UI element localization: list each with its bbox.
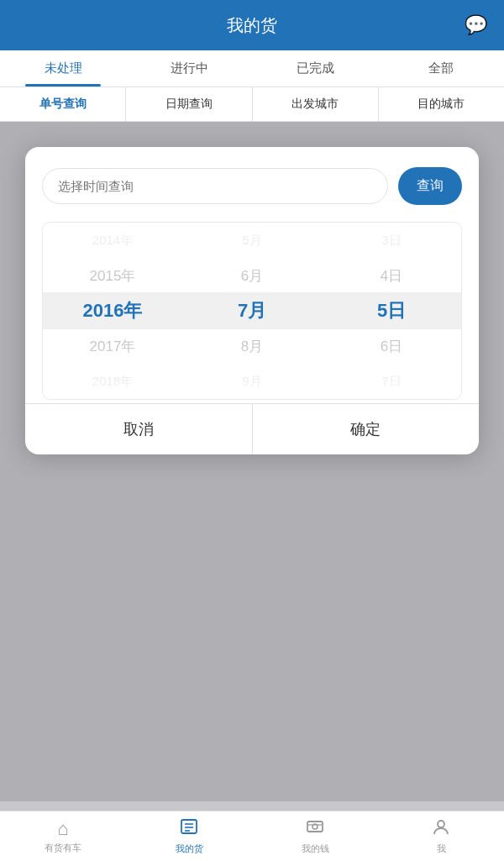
day-column[interactable]: 3日 4日 5日 6日 7日: [322, 223, 461, 399]
money-icon: [306, 817, 324, 841]
day-scroll[interactable]: 3日 4日 5日 6日 7日: [322, 223, 461, 399]
profile-icon: [432, 817, 450, 841]
message-icon[interactable]: 💬: [465, 14, 487, 36]
filter-dest-city[interactable]: 目的城市: [379, 87, 504, 121]
month-scroll[interactable]: 5月 6月 7月 8月 9月: [182, 223, 322, 399]
day-item-4[interactable]: 4日: [322, 258, 461, 293]
month-item-7[interactable]: 7月: [182, 293, 322, 328]
main-tab-bar: 未处理 进行中 已完成 全部: [0, 50, 504, 87]
filter-date[interactable]: 日期查询: [126, 87, 252, 121]
search-button[interactable]: 查询: [398, 167, 462, 205]
year-item-2015[interactable]: 2015年: [43, 258, 182, 293]
tab-unprocessed[interactable]: 未处理: [0, 50, 126, 87]
confirm-button[interactable]: 确定: [252, 404, 480, 454]
day-col-inner: 3日 4日 5日 6日 7日: [322, 223, 461, 399]
day-item-6[interactable]: 6日: [322, 328, 461, 364]
date-picker[interactable]: 2014年 2015年 2016年 2017年 2018年: [42, 222, 462, 400]
year-column[interactable]: 2014年 2015年 2016年 2017年 2018年: [43, 223, 182, 399]
modal-actions: 取消 确定: [25, 403, 479, 454]
day-item-3[interactable]: 3日: [322, 223, 461, 258]
tab-in-progress[interactable]: 进行中: [126, 50, 252, 87]
year-item-2017[interactable]: 2017年: [43, 328, 182, 364]
nav-label-my-cargo: 我的货: [176, 843, 203, 855]
header-title: 我的货: [227, 14, 277, 37]
year-scroll[interactable]: 2014年 2015年 2016年 2017年 2018年: [43, 223, 182, 399]
month-item-8[interactable]: 8月: [182, 328, 322, 364]
nav-label-home: 有货有车: [45, 842, 81, 854]
month-item-5[interactable]: 5月: [182, 223, 322, 258]
day-item-5[interactable]: 5日: [322, 293, 461, 328]
year-item-2016[interactable]: 2016年: [43, 293, 182, 328]
year-item-2014[interactable]: 2014年: [43, 223, 182, 258]
month-item-9[interactable]: 9月: [182, 364, 322, 399]
filter-origin-city[interactable]: 出发城市: [253, 87, 379, 121]
picker-row: 2014年 2015年 2016年 2017年 2018年: [43, 223, 461, 399]
nav-item-my-cargo[interactable]: 我的货: [126, 811, 252, 861]
filter-bar: 单号查询 日期查询 出发城市 目的城市: [0, 87, 504, 122]
month-column[interactable]: 5月 6月 7月 8月 9月: [182, 223, 322, 399]
svg-point-7: [438, 821, 444, 827]
cargo-icon: [180, 817, 198, 841]
tab-completed[interactable]: 已完成: [252, 50, 378, 87]
nav-item-my-money[interactable]: 我的钱: [252, 811, 378, 861]
nav-item-home[interactable]: ⌂ 有货有车: [0, 811, 126, 861]
app-header: 我的货 💬: [0, 0, 504, 50]
nav-label-my-money: 我的钱: [302, 843, 329, 855]
tab-all[interactable]: 全部: [378, 50, 504, 87]
month-col-inner: 5月 6月 7月 8月 9月: [182, 223, 322, 399]
filter-order-number[interactable]: 单号查询: [0, 87, 126, 121]
home-icon: ⌂: [57, 818, 68, 840]
month-item-6[interactable]: 6月: [182, 258, 322, 293]
modal-search-row: 查询: [42, 167, 462, 205]
nav-item-me[interactable]: 我: [378, 811, 504, 861]
modal-overlay: 查询 2014年 2015年 2016年: [0, 122, 504, 801]
day-item-7[interactable]: 7日: [322, 364, 461, 399]
date-picker-modal: 查询 2014年 2015年 2016年: [25, 147, 479, 454]
year-col-inner: 2014年 2015年 2016年 2017年 2018年: [43, 223, 182, 399]
nav-label-me: 我: [437, 843, 446, 855]
cancel-button[interactable]: 取消: [25, 404, 252, 454]
year-item-2018[interactable]: 2018年: [43, 364, 182, 399]
svg-rect-4: [307, 822, 323, 832]
time-search-input[interactable]: [42, 168, 388, 204]
bottom-nav: ⌂ 有货有车 我的货 我的钱: [0, 811, 504, 861]
background-dimmed: 查询 2014年 2015年 2016年: [0, 122, 504, 801]
